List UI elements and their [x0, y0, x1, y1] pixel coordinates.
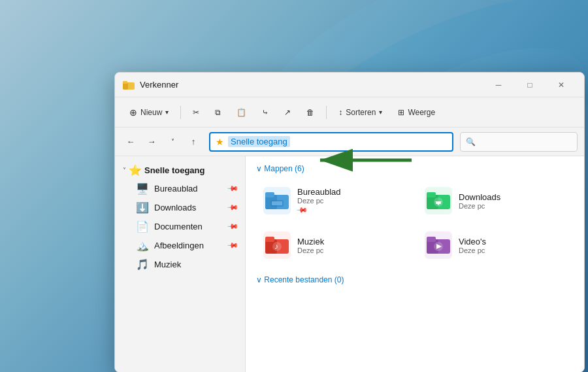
bureaublad-label: Bureaublad: [154, 184, 223, 194]
cut-icon: ✂: [193, 108, 199, 117]
quick-access-label: Snelle toegang: [144, 165, 204, 175]
documenten-label: Documenten: [154, 222, 223, 231]
sidebar-item-muziek[interactable]: 🎵 Muziek: [115, 255, 245, 274]
downloads-folder-name: Downloads: [459, 192, 500, 202]
share-icon: ↗: [284, 108, 291, 117]
folder-item-videos[interactable]: Video's Deze pc: [417, 226, 574, 265]
svg-rect-26: [427, 237, 436, 242]
delete-button[interactable]: 🗑: [300, 102, 321, 123]
sidebar: ˅ ⭐ Snelle toegang 🖥️ Bureaublad 📌 ⬇️ Do…: [115, 156, 246, 372]
recent-section-header[interactable]: ∨ Recente bestanden (0): [256, 275, 574, 284]
downloads-icon: ⬇️: [136, 201, 149, 214]
svg-text:♪: ♪: [274, 242, 278, 251]
bureaublad-folder-subtitle: Deze pc: [297, 197, 341, 205]
copy-button[interactable]: ⧉: [208, 102, 227, 123]
documenten-pin-icon: 📌: [226, 220, 238, 233]
address-path: Snelle toegang: [228, 136, 290, 147]
move-button[interactable]: ⤷: [255, 102, 275, 123]
muziek-folder-info: Muziek Deze pc: [297, 237, 324, 254]
explorer-icon: [123, 79, 135, 91]
videos-folder-name: Video's: [459, 237, 486, 246]
content-area: ∨ Mappen (6) Bureaublad: [246, 156, 584, 372]
downloads-folder-icon: [425, 187, 452, 214]
svg-rect-18: [436, 203, 441, 204]
sort-icon: ↕: [338, 108, 342, 117]
toolbar: ⊕ Nieuw ▾ ✂ ⧉ 📋 ⤷ ↗ 🗑 ↕ Sorteren ▾ ⊞: [115, 97, 584, 127]
folder-item-muziek[interactable]: ♪ Muziek Deze pc: [256, 226, 412, 265]
search-icon: 🔍: [466, 137, 476, 146]
folder-item-downloads[interactable]: Downloads Deze pc: [417, 181, 574, 220]
afbeeldingen-icon: 🏔️: [136, 239, 149, 252]
videos-folder-icon: [425, 231, 452, 259]
muziek-folder-icon: ♪: [263, 231, 291, 259]
explorer-window: Verkenner ─ □ ✕ ⊕ Nieuw ▾ ✂ ⧉ 📋 ⤷ ↗ �: [114, 72, 585, 372]
svg-rect-7: [123, 81, 127, 84]
address-star-icon: ★: [216, 137, 224, 147]
title-bar: Verkenner ─ □ ✕: [115, 73, 584, 97]
muziek-folder-subtitle: Deze pc: [297, 246, 324, 254]
bureaublad-folder-info: Bureaublad Deze pc 📌: [297, 187, 341, 214]
bureaublad-pin-icon: 📌: [226, 182, 238, 195]
afbeeldingen-label: Afbeeldingen: [154, 241, 223, 250]
cut-button[interactable]: ✂: [186, 102, 206, 123]
bureaublad-folder-pin-icon: 📌: [295, 204, 308, 216]
paste-button[interactable]: 📋: [230, 102, 253, 123]
documenten-icon: 📄: [136, 220, 149, 233]
bureaublad-folder-name: Bureaublad: [297, 187, 341, 197]
copy-icon: ⧉: [215, 108, 221, 117]
downloads-label: Downloads: [154, 203, 223, 212]
paste-icon: 📋: [237, 108, 246, 117]
svg-rect-15: [427, 192, 436, 197]
main-area: ˅ ⭐ Snelle toegang 🖥️ Bureaublad 📌 ⬇️ Do…: [115, 156, 584, 372]
downloads-folder-subtitle: Deze pc: [459, 202, 500, 210]
videos-folder-subtitle: Deze pc: [459, 246, 486, 254]
forward-button[interactable]: →: [142, 133, 161, 151]
downloads-folder-info: Downloads Deze pc: [459, 192, 500, 210]
sidebar-item-afbeeldingen[interactable]: 🏔️ Afbeeldingen 📌: [115, 236, 245, 255]
svg-rect-21: [265, 237, 274, 242]
folder-item-bureaublad[interactable]: Bureaublad Deze pc 📌: [256, 181, 412, 220]
muziek-label: Muziek: [154, 260, 237, 269]
quick-access-chevron: ˅: [123, 167, 126, 174]
afbeeldingen-pin-icon: 📌: [226, 239, 238, 252]
muziek-icon: 🎵: [136, 258, 149, 271]
videos-folder-info: Video's Deze pc: [459, 237, 486, 254]
separator-1: [180, 106, 181, 119]
window-title: Verkenner: [140, 80, 178, 90]
delete-icon: 🗑: [306, 108, 314, 117]
bureaublad-icon: 🖥️: [136, 182, 149, 195]
move-icon: ⤷: [262, 108, 269, 117]
back-button[interactable]: ←: [122, 133, 140, 151]
minimize-button[interactable]: ─: [483, 75, 514, 95]
maximize-button[interactable]: □: [515, 75, 545, 95]
bureaublad-folder-icon: [263, 187, 291, 214]
recent-section: ∨ Recente bestanden (0): [256, 275, 574, 284]
window-controls: ─ □ ✕: [483, 75, 576, 95]
new-icon: ⊕: [129, 107, 137, 118]
separator-2: [326, 106, 327, 119]
search-box[interactable]: 🔍: [460, 132, 578, 152]
dropdown-button[interactable]: ˅: [163, 133, 182, 151]
folders-grid: Bureaublad Deze pc 📌: [256, 181, 574, 265]
quick-access-icon: ⭐: [129, 164, 142, 177]
view-icon: ⊞: [398, 108, 404, 117]
sidebar-item-downloads[interactable]: ⬇️ Downloads 📌: [115, 198, 245, 217]
new-button[interactable]: ⊕ Nieuw ▾: [123, 102, 175, 123]
muziek-folder-name: Muziek: [297, 237, 324, 246]
downloads-pin-icon: 📌: [226, 201, 238, 214]
bureaublad-pin-row: 📌: [297, 206, 341, 214]
quick-access-header[interactable]: ˅ ⭐ Snelle toegang: [115, 161, 245, 179]
sidebar-item-documenten[interactable]: 📄 Documenten 📌: [115, 217, 245, 236]
green-arrow-indicator: [314, 147, 418, 173]
up-button[interactable]: ↑: [184, 133, 203, 151]
svg-rect-12: [272, 201, 282, 205]
svg-rect-10: [265, 192, 274, 197]
close-button[interactable]: ✕: [546, 75, 576, 95]
view-button[interactable]: ⊞ Weerge: [391, 102, 442, 123]
sort-button[interactable]: ↕ Sorteren ▾: [332, 102, 389, 123]
sidebar-item-bureaublad[interactable]: 🖥️ Bureaublad 📌: [115, 179, 245, 198]
share-button[interactable]: ↗: [278, 102, 297, 123]
